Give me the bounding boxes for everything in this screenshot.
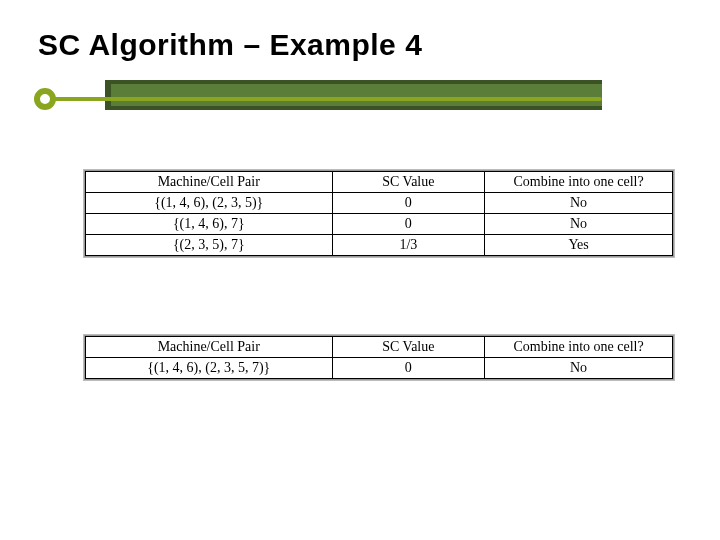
- table-cell: {(1, 4, 6), (2, 3, 5)}: [86, 193, 333, 214]
- accent-box: [105, 80, 602, 110]
- accent-bar: [0, 80, 720, 116]
- table-row: {(1, 4, 6), (2, 3, 5, 7)} 0 No: [86, 358, 673, 379]
- table-row: Machine/Cell Pair SC Value Combine into …: [86, 337, 673, 358]
- table-2: Machine/Cell Pair SC Value Combine into …: [85, 336, 673, 379]
- table-header-cell: Machine/Cell Pair: [86, 172, 333, 193]
- table-row: {(1, 4, 6), 7} 0 No: [86, 214, 673, 235]
- table-1: Machine/Cell Pair SC Value Combine into …: [85, 171, 673, 256]
- table-row: {(2, 3, 5), 7} 1/3 Yes: [86, 235, 673, 256]
- table-cell: 0: [332, 193, 485, 214]
- table-2-outer: Machine/Cell Pair SC Value Combine into …: [84, 335, 674, 380]
- table-cell: {(1, 4, 6), 7}: [86, 214, 333, 235]
- table-cell: No: [485, 193, 673, 214]
- table-header-cell: Combine into one cell?: [485, 172, 673, 193]
- table-header-cell: SC Value: [332, 172, 485, 193]
- table-cell: {(2, 3, 5), 7}: [86, 235, 333, 256]
- table-cell: No: [485, 358, 673, 379]
- accent-line: [54, 97, 602, 101]
- table-cell: No: [485, 214, 673, 235]
- table-1-outer: Machine/Cell Pair SC Value Combine into …: [84, 170, 674, 257]
- slide-title: SC Algorithm – Example 4: [38, 28, 720, 62]
- table-cell: 1/3: [332, 235, 485, 256]
- table-row: {(1, 4, 6), (2, 3, 5)} 0 No: [86, 193, 673, 214]
- table-row: Machine/Cell Pair SC Value Combine into …: [86, 172, 673, 193]
- table-cell: 0: [332, 214, 485, 235]
- table-cell: {(1, 4, 6), (2, 3, 5, 7)}: [86, 358, 333, 379]
- table-cell: 0: [332, 358, 485, 379]
- accent-bullet-icon: [34, 88, 56, 110]
- table-cell: Yes: [485, 235, 673, 256]
- accent-box-inner: [111, 84, 602, 106]
- tables-container: Machine/Cell Pair SC Value Combine into …: [84, 170, 674, 380]
- table-gap: [84, 257, 674, 335]
- table-header-cell: Combine into one cell?: [485, 337, 673, 358]
- table-header-cell: Machine/Cell Pair: [86, 337, 333, 358]
- title-area: SC Algorithm – Example 4: [0, 0, 720, 62]
- table-header-cell: SC Value: [332, 337, 485, 358]
